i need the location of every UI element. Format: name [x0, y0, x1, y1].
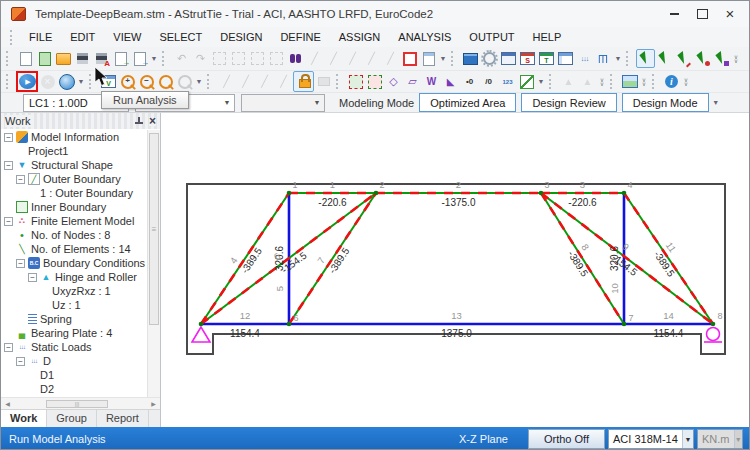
lock-icon[interactable]	[293, 71, 314, 92]
mode-button-design-review[interactable]: Design Review	[521, 93, 616, 112]
menu-item-edit[interactable]: EDIT	[61, 29, 104, 45]
design-calc-icon[interactable]	[499, 49, 518, 68]
tree-item-hinge-and-roller[interactable]: −Hinge and Roller	[1, 270, 147, 284]
comb-load-icon[interactable]	[594, 49, 613, 68]
menu-item-help[interactable]: HELP	[524, 29, 571, 45]
toolbar-overflow-icon[interactable]: ∨∨	[681, 78, 691, 86]
settings-gear-icon[interactable]	[480, 49, 499, 68]
design-code-combo[interactable]: ACI 318M-14▼	[608, 429, 694, 449]
pyramid2-icon[interactable]	[578, 72, 597, 91]
num-123-icon[interactable]	[498, 72, 517, 91]
menu-item-assign[interactable]: ASSIGN	[330, 29, 390, 45]
zoom-fit-icon[interactable]	[156, 72, 175, 91]
tree-item-d1[interactable]: D1	[1, 368, 147, 382]
tree-item-outer-boundary[interactable]: −Outer Boundary	[1, 172, 147, 186]
select-poly-icon[interactable]	[712, 49, 731, 68]
menu-item-analysis[interactable]: ANALYSIS	[389, 29, 460, 45]
draw-pline-icon[interactable]	[255, 72, 274, 91]
frame3-icon[interactable]	[248, 49, 267, 68]
collapse-icon[interactable]: −	[16, 357, 25, 366]
draw4-icon[interactable]	[362, 49, 381, 68]
dropdown-caret-icon[interactable]: ▼	[76, 78, 86, 85]
node-num-icon[interactable]	[460, 72, 479, 91]
tree-item-bearing-plate-4[interactable]: Bearing Plate : 4	[1, 326, 147, 340]
edit-green-icon[interactable]	[517, 72, 536, 91]
minimize-button[interactable]	[667, 8, 681, 20]
collapse-icon[interactable]: −	[4, 133, 13, 142]
draw1-icon[interactable]	[305, 49, 324, 68]
draw3-icon[interactable]	[343, 49, 362, 68]
tree-item-project1[interactable]: Project1	[1, 144, 147, 158]
tree-vertical-scrollbar[interactable]: ≡	[147, 130, 160, 397]
close-button[interactable]: ×	[723, 8, 737, 20]
maximize-button[interactable]	[695, 8, 709, 20]
select-add-icon[interactable]	[655, 49, 674, 68]
shape-zigzag-icon[interactable]	[422, 72, 441, 91]
pin-icon[interactable]	[134, 117, 143, 126]
toolbar-overflow-icon[interactable]: ∨∨	[597, 78, 607, 86]
collapse-icon[interactable]: −	[28, 273, 37, 282]
panel-tab-report[interactable]: Report	[97, 410, 149, 427]
draw-line-icon[interactable]	[217, 72, 236, 91]
collapse-icon[interactable]: −	[16, 259, 25, 268]
dropdown-caret-icon[interactable]: ▼	[438, 55, 448, 62]
panel-tab-work[interactable]: Work	[1, 410, 47, 427]
load-table-s-icon[interactable]	[518, 49, 537, 68]
pyramid1-icon[interactable]	[559, 72, 578, 91]
info-icon[interactable]	[662, 72, 681, 91]
tree-item-finite-element-model[interactable]: −Finite Element Model	[1, 214, 147, 228]
tree-item-uz-1[interactable]: Uz : 1	[1, 298, 147, 312]
tree-item-d[interactable]: −D	[1, 354, 147, 368]
model-view-canvas[interactable]: 1-220.62-1375.03-220.64-389.5320.656-154…	[161, 113, 750, 427]
tree-item-static-loads[interactable]: −Static Loads	[1, 340, 147, 354]
menu-item-file[interactable]: FILE	[20, 29, 61, 45]
dropdown-caret-icon[interactable]: ▼	[149, 55, 159, 62]
mode-button-design-mode[interactable]: Design Mode	[622, 93, 709, 112]
stop-analysis-icon[interactable]	[38, 72, 57, 91]
tree-item-no-of-nodes-8[interactable]: No. of Nodes : 8	[1, 228, 147, 242]
collapse-icon[interactable]: −	[4, 161, 13, 170]
tree-item-1-outer-boundary[interactable]: 1 : Outer Boundary	[1, 186, 147, 200]
menu-item-view[interactable]: VIEW	[104, 29, 150, 45]
collapse-icon[interactable]: −	[16, 175, 25, 184]
frame1-icon[interactable]	[210, 49, 229, 68]
frame4-icon[interactable]	[267, 49, 286, 68]
draw-rect-icon[interactable]	[274, 72, 293, 91]
menu-item-define[interactable]: DEFINE	[271, 29, 329, 45]
scroll-right-arrow[interactable]: ▶	[147, 398, 160, 409]
shape-poly-icon[interactable]	[403, 72, 422, 91]
tree-horizontal-scrollbar[interactable]: ◀ ||| ▶	[1, 397, 160, 409]
export-doc-icon[interactable]	[111, 49, 130, 68]
ortho-toggle-button[interactable]: Ortho Off	[528, 429, 605, 449]
mode-overflow-caret[interactable]: ▼	[711, 99, 721, 106]
grid-red-icon[interactable]	[346, 72, 365, 91]
tree-item-no-of-elements-14[interactable]: No. of Elements : 14	[1, 242, 147, 256]
toolbar-overflow-icon[interactable]: ∨∨	[639, 78, 649, 86]
tree-item-uxyzrxz-1[interactable]: UxyzRxz : 1	[1, 284, 147, 298]
mode-button-optimized-area[interactable]: Optimized Area	[419, 93, 516, 112]
zoom-in-icon[interactable]	[118, 72, 137, 91]
export-next-icon[interactable]	[130, 49, 149, 68]
select-arrow-icon[interactable]	[636, 49, 655, 68]
menu-item-select[interactable]: SELECT	[150, 29, 211, 45]
unit-combo[interactable]: KN.m▼	[697, 429, 743, 449]
elem-num-icon[interactable]	[479, 72, 498, 91]
select-edit-icon[interactable]	[674, 49, 693, 68]
dropdown-caret-icon[interactable]: ▼	[536, 78, 546, 85]
collapse-icon[interactable]: −	[4, 217, 13, 226]
scrollbar-thumb[interactable]: |||	[46, 400, 108, 408]
draw-arc-icon[interactable]	[236, 72, 255, 91]
analysis-options-icon[interactable]	[57, 72, 76, 91]
doc-next-icon[interactable]	[419, 49, 438, 68]
grid-green-icon[interactable]	[365, 72, 384, 91]
tree-item-d2[interactable]: D2	[1, 382, 147, 396]
collapse-icon[interactable]: −	[4, 343, 13, 352]
draw5-icon[interactable]	[381, 49, 400, 68]
tree-item-inner-boundary[interactable]: Inner Boundary	[1, 200, 147, 214]
dropdown-caret-icon[interactable]: ▼	[613, 55, 623, 62]
unlock-icon[interactable]	[314, 72, 333, 91]
scrollbar-thumb[interactable]: ≡	[149, 133, 159, 325]
load-table-t-icon[interactable]	[537, 49, 556, 68]
undo-icon[interactable]	[172, 49, 191, 68]
tree-item-spring[interactable]: Spring	[1, 312, 147, 326]
